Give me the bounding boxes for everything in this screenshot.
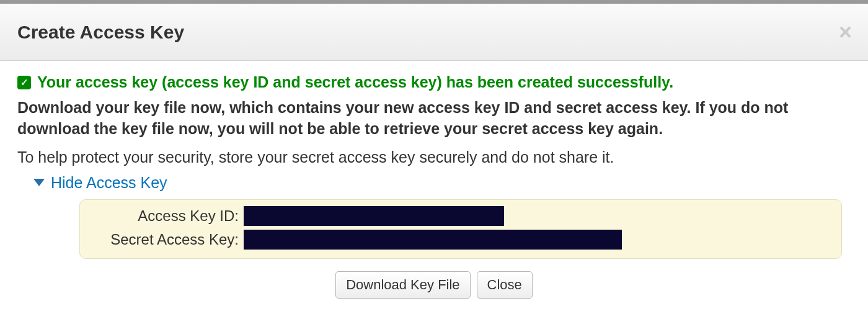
modal-body: ✓ Your access key (access key ID and sec… — [0, 61, 868, 310]
secret-access-key-label: Secret Access Key: — [95, 231, 244, 248]
check-icon: ✓ — [17, 76, 31, 89]
access-key-id-label: Access Key ID: — [95, 207, 244, 225]
close-icon[interactable]: × — [839, 21, 852, 43]
secret-access-key-value — [244, 230, 622, 250]
access-key-id-value — [244, 206, 504, 226]
success-message-row: ✓ Your access key (access key ID and sec… — [17, 73, 851, 91]
security-info-text: To help protect your security, store you… — [17, 148, 851, 166]
download-warning-text: Download your key file now, which contai… — [17, 97, 851, 140]
download-key-file-button[interactable]: Download Key File — [335, 271, 470, 299]
toggle-label: Hide Access Key — [51, 174, 167, 192]
modal-header: Create Access Key × — [0, 4, 868, 61]
access-key-panel: Access Key ID: Secret Access Key: — [79, 199, 842, 259]
access-key-id-row: Access Key ID: — [95, 206, 826, 226]
secret-access-key-row: Secret Access Key: — [95, 230, 826, 250]
modal-title: Create Access Key — [17, 22, 184, 43]
close-button[interactable]: Close — [477, 271, 533, 299]
button-row: Download Key File Close — [17, 271, 851, 299]
hide-access-key-toggle[interactable]: Hide Access Key — [17, 174, 851, 192]
chevron-down-icon — [33, 179, 45, 186]
success-message-text: Your access key (access key ID and secre… — [37, 73, 673, 91]
